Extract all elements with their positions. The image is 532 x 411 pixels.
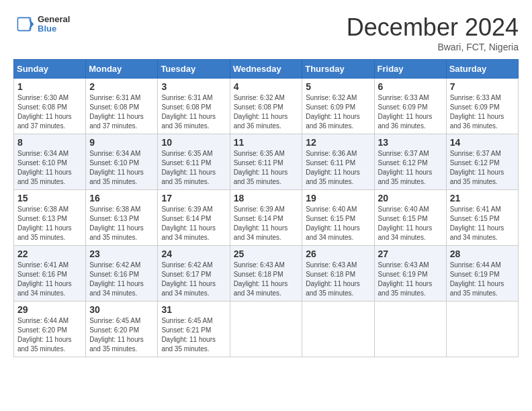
daylight-label: Daylight: 11 hours and 35 minutes. (306, 280, 360, 297)
day-info: Sunrise: 6:42 AM Sunset: 6:16 PM Dayligh… (89, 261, 154, 298)
day-info: Sunrise: 6:31 AM Sunset: 6:08 PM Dayligh… (161, 93, 226, 131)
day-number: 31 (161, 304, 226, 315)
calendar-cell: 20 Sunrise: 6:40 AM Sunset: 6:15 PM Dayl… (374, 190, 446, 246)
day-info: Sunrise: 6:38 AM Sunset: 6:13 PM Dayligh… (89, 205, 154, 242)
weekday-header-tuesday: Tuesday (158, 60, 230, 79)
sunrise-label: Sunrise: 6:44 AM (450, 261, 501, 269)
sunset-label: Sunset: 6:20 PM (17, 326, 67, 334)
calendar-cell: 19 Sunrise: 6:40 AM Sunset: 6:15 PM Dayl… (302, 190, 374, 246)
day-number: 16 (89, 193, 154, 203)
day-info: Sunrise: 6:44 AM Sunset: 6:19 PM Dayligh… (450, 261, 515, 298)
day-info: Sunrise: 6:41 AM Sunset: 6:15 PM Dayligh… (450, 205, 515, 242)
month-title: December 2024 (347, 13, 519, 42)
calendar-cell: 1 Sunrise: 6:30 AM Sunset: 6:08 PM Dayli… (14, 79, 86, 134)
daylight-label: Daylight: 11 hours and 34 minutes. (378, 224, 433, 241)
day-info: Sunrise: 6:41 AM Sunset: 6:16 PM Dayligh… (17, 261, 82, 298)
day-info: Sunrise: 6:37 AM Sunset: 6:12 PM Dayligh… (378, 149, 443, 187)
sunset-label: Sunset: 6:08 PM (17, 103, 67, 111)
day-number: 26 (306, 248, 370, 259)
sunrise-label: Sunrise: 6:35 AM (234, 150, 285, 157)
calendar-cell: 3 Sunrise: 6:31 AM Sunset: 6:08 PM Dayli… (158, 79, 230, 134)
day-number: 5 (306, 81, 370, 92)
day-number: 6 (378, 81, 443, 92)
daylight-label: Daylight: 11 hours and 34 minutes. (89, 280, 144, 297)
weekday-header-thursday: Thursday (302, 60, 374, 79)
daylight-label: Daylight: 11 hours and 34 minutes. (450, 224, 504, 241)
location: Bwari, FCT, Nigeria (347, 42, 519, 52)
daylight-label: Daylight: 11 hours and 34 minutes. (306, 224, 360, 241)
sunrise-label: Sunrise: 6:42 AM (161, 261, 212, 269)
day-info: Sunrise: 6:43 AM Sunset: 6:18 PM Dayligh… (234, 261, 299, 298)
logo-text: General Blue (38, 15, 70, 34)
sunrise-label: Sunrise: 6:43 AM (306, 261, 357, 269)
calendar-cell (302, 302, 374, 357)
calendar-cell: 11 Sunrise: 6:35 AM Sunset: 6:11 PM Dayl… (230, 134, 302, 190)
day-info: Sunrise: 6:31 AM Sunset: 6:08 PM Dayligh… (89, 93, 154, 131)
day-number: 17 (161, 193, 226, 203)
calendar-cell: 2 Sunrise: 6:31 AM Sunset: 6:08 PM Dayli… (86, 79, 158, 134)
day-info: Sunrise: 6:38 AM Sunset: 6:13 PM Dayligh… (17, 205, 82, 242)
day-number: 4 (234, 81, 299, 92)
sunrise-label: Sunrise: 6:34 AM (89, 150, 140, 157)
calendar-cell: 10 Sunrise: 6:35 AM Sunset: 6:11 PM Dayl… (158, 134, 230, 190)
day-number: 2 (89, 81, 154, 92)
sunrise-label: Sunrise: 6:32 AM (234, 94, 285, 101)
sunset-label: Sunset: 6:18 PM (306, 271, 355, 278)
calendar-cell: 26 Sunrise: 6:43 AM Sunset: 6:18 PM Dayl… (302, 246, 374, 302)
day-info: Sunrise: 6:32 AM Sunset: 6:09 PM Dayligh… (306, 93, 370, 131)
calendar-cell: 30 Sunrise: 6:45 AM Sunset: 6:20 PM Dayl… (86, 302, 158, 357)
sunset-label: Sunset: 6:11 PM (161, 159, 211, 167)
day-number: 10 (161, 137, 226, 148)
sunset-label: Sunset: 6:08 PM (89, 103, 139, 111)
sunrise-label: Sunrise: 6:34 AM (17, 150, 69, 157)
sunset-label: Sunset: 6:10 PM (89, 159, 139, 167)
daylight-label: Daylight: 11 hours and 35 minutes. (17, 169, 72, 185)
sunrise-label: Sunrise: 6:38 AM (89, 205, 140, 213)
day-info: Sunrise: 6:45 AM Sunset: 6:21 PM Dayligh… (161, 316, 226, 354)
daylight-label: Daylight: 11 hours and 35 minutes. (89, 169, 144, 185)
sunrise-label: Sunrise: 6:36 AM (306, 150, 357, 157)
day-info: Sunrise: 6:35 AM Sunset: 6:11 PM Dayligh… (234, 149, 299, 187)
day-info: Sunrise: 6:43 AM Sunset: 6:19 PM Dayligh… (378, 261, 443, 298)
day-info: Sunrise: 6:33 AM Sunset: 6:09 PM Dayligh… (378, 93, 443, 131)
calendar-cell: 18 Sunrise: 6:39 AM Sunset: 6:14 PM Dayl… (230, 190, 302, 246)
sunset-label: Sunset: 6:10 PM (17, 159, 67, 167)
sunrise-label: Sunrise: 6:40 AM (306, 205, 357, 213)
sunrise-label: Sunrise: 6:40 AM (378, 205, 429, 213)
day-info: Sunrise: 6:42 AM Sunset: 6:17 PM Dayligh… (161, 261, 226, 298)
day-info: Sunrise: 6:33 AM Sunset: 6:09 PM Dayligh… (450, 93, 515, 131)
daylight-label: Daylight: 11 hours and 35 minutes. (17, 336, 72, 353)
calendar-cell: 22 Sunrise: 6:41 AM Sunset: 6:16 PM Dayl… (14, 246, 86, 302)
daylight-label: Daylight: 11 hours and 35 minutes. (161, 336, 216, 353)
sunset-label: Sunset: 6:12 PM (450, 159, 500, 167)
sunrise-label: Sunrise: 6:31 AM (161, 94, 212, 101)
daylight-label: Daylight: 11 hours and 35 minutes. (450, 280, 504, 297)
daylight-label: Daylight: 11 hours and 36 minutes. (306, 113, 360, 130)
sunrise-label: Sunrise: 6:32 AM (306, 94, 357, 101)
calendar-cell: 31 Sunrise: 6:45 AM Sunset: 6:21 PM Dayl… (158, 302, 230, 357)
weekday-header-wednesday: Wednesday (230, 60, 302, 79)
title-block: December 2024 Bwari, FCT, Nigeria (347, 13, 519, 52)
daylight-label: Daylight: 11 hours and 35 minutes. (378, 169, 433, 185)
day-number: 13 (378, 137, 443, 148)
sunset-label: Sunset: 6:09 PM (306, 103, 355, 111)
daylight-label: Daylight: 11 hours and 34 minutes. (161, 224, 216, 241)
daylight-label: Daylight: 11 hours and 34 minutes. (234, 224, 288, 241)
day-number: 22 (17, 248, 82, 259)
sunrise-label: Sunrise: 6:31 AM (89, 94, 140, 101)
sunrise-label: Sunrise: 6:45 AM (89, 317, 140, 324)
sunset-label: Sunset: 6:15 PM (378, 215, 428, 222)
daylight-label: Daylight: 11 hours and 34 minutes. (161, 280, 216, 297)
sunrise-label: Sunrise: 6:39 AM (161, 205, 212, 213)
calendar-cell: 25 Sunrise: 6:43 AM Sunset: 6:18 PM Dayl… (230, 246, 302, 302)
sunrise-label: Sunrise: 6:41 AM (17, 261, 69, 269)
day-number: 8 (17, 137, 82, 148)
calendar-cell: 9 Sunrise: 6:34 AM Sunset: 6:10 PM Dayli… (86, 134, 158, 190)
calendar-cell: 12 Sunrise: 6:36 AM Sunset: 6:11 PM Dayl… (302, 134, 374, 190)
day-info: Sunrise: 6:30 AM Sunset: 6:08 PM Dayligh… (17, 93, 82, 131)
calendar-cell: 6 Sunrise: 6:33 AM Sunset: 6:09 PM Dayli… (374, 79, 446, 134)
sunrise-label: Sunrise: 6:38 AM (17, 205, 69, 213)
sunset-label: Sunset: 6:15 PM (450, 215, 500, 222)
day-number: 28 (450, 248, 515, 259)
daylight-label: Daylight: 11 hours and 36 minutes. (161, 113, 216, 130)
